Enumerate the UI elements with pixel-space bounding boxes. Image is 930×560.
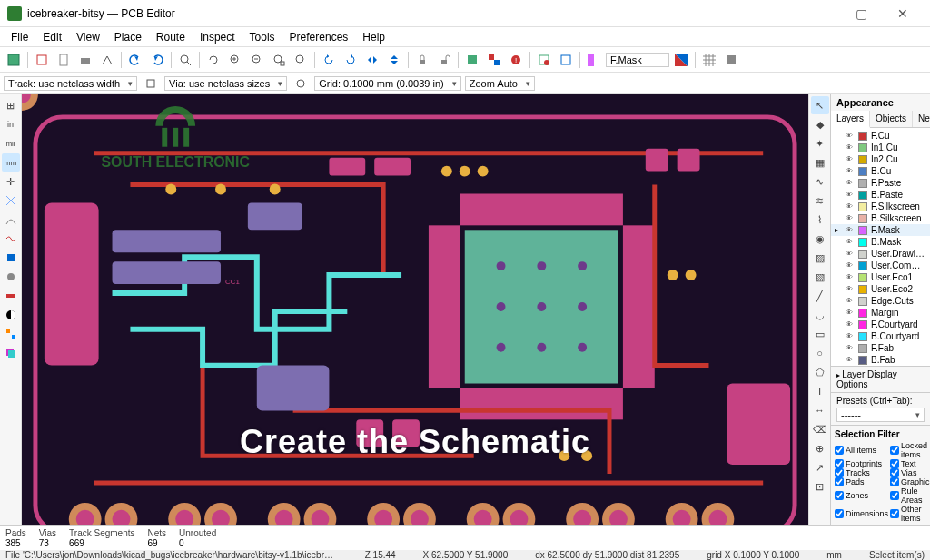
units-in-button[interactable]: in [2,115,20,133]
menu-tools[interactable]: Tools [242,29,282,45]
layer-swatch[interactable] [858,214,867,223]
refresh-button[interactable] [203,50,223,70]
layer-f-fab[interactable]: 👁F.Fab [831,342,930,354]
layer-swatch[interactable] [858,202,867,211]
layer-swatch[interactable] [858,250,867,259]
rotate-cw-button[interactable] [341,50,361,70]
visibility-icon[interactable]: 👁 [846,320,855,329]
board-setup-button[interactable] [32,50,52,70]
zoom-in-button[interactable] [225,50,245,70]
tab-layers[interactable]: Layers [831,111,870,128]
filter-locked-items[interactable]: Locked items [890,441,930,459]
units-mil-button[interactable]: mil [2,134,20,152]
menu-place[interactable]: Place [107,29,149,45]
visibility-icon[interactable]: 👁 [846,167,855,175]
draw-poly-tool[interactable]: ⬠ [811,363,829,381]
layer-b-cu[interactable]: 👁B.Cu [831,165,930,177]
track-width-select[interactable]: Track: use netclass width [4,76,137,91]
visibility-icon[interactable]: 👁 [846,191,855,199]
filter-checkbox[interactable] [890,446,899,455]
filter-all-items[interactable]: All items [835,441,888,459]
layer-user-drawings[interactable]: 👁User.Drawings [831,248,930,260]
filter-checkbox[interactable] [835,509,844,518]
filter-checkbox[interactable] [835,468,844,477]
highlight-net-tool[interactable]: ◆ [811,115,829,133]
draw-rect-tool[interactable]: ▭ [811,325,829,343]
visibility-icon[interactable]: 👁 [846,214,855,222]
layer-swatch[interactable] [858,297,867,306]
menu-edit[interactable]: Edit [35,29,69,45]
layer-f-cu[interactable]: 👁F.Cu [831,130,930,142]
layer-b-mask[interactable]: 👁B.Mask [831,236,930,248]
layer-swatch[interactable] [858,309,867,318]
find-button[interactable] [175,50,195,70]
filter-graphics[interactable]: Graphics [890,477,930,486]
layers-manager-button[interactable] [2,344,20,362]
visibility-icon[interactable]: 👁 [846,332,855,340]
layer-swatch[interactable] [858,143,867,152]
pcb-canvas[interactable]: SOUTH ELECTRONIC CC1 Create the Schemati… [22,94,808,525]
add-footprint-tool[interactable]: ▦ [811,153,829,172]
layer-swatch[interactable] [858,179,867,188]
visibility-icon[interactable]: 👁 [846,309,855,317]
script-button[interactable] [721,50,741,70]
layer-margin[interactable]: 👁Margin [831,307,930,319]
zoom-selection-button[interactable] [291,50,311,70]
visibility-icon[interactable]: 👁 [846,297,855,305]
filter-text[interactable]: Text [890,459,930,468]
layer-swatch[interactable] [858,167,867,176]
visibility-icon[interactable]: 👁 [846,273,855,281]
visibility-icon[interactable]: 👁 [846,250,855,258]
drc-button[interactable]: ! [506,50,526,70]
visibility-icon[interactable]: 👁 [846,226,855,234]
minimize-button[interactable]: — [800,0,841,27]
add-zone-tool[interactable]: ▨ [811,249,829,267]
filter-checkbox[interactable] [835,459,844,468]
visibility-icon[interactable]: 👁 [846,202,855,211]
layer-swatch[interactable] [858,226,867,235]
route-diff-tool[interactable]: ≋ [811,192,829,210]
filter-dimensions[interactable]: Dimensions [835,505,888,523]
units-mm-button[interactable]: mm [2,153,20,172]
layer-swatch[interactable] [858,238,867,247]
filter-vias[interactable]: Vias [890,468,930,477]
layer-swatch[interactable] [858,155,867,164]
layer-f-silkscreen[interactable]: 👁F.Silkscreen [831,201,930,212]
filter-checkbox[interactable] [835,477,844,486]
filter-other-items[interactable]: Other items [890,505,930,523]
filter-pads[interactable]: Pads [835,477,888,486]
maximize-button[interactable]: ▢ [841,0,882,27]
menu-view[interactable]: View [69,29,107,45]
layer-swatch[interactable] [858,344,867,353]
visibility-icon[interactable]: 👁 [846,238,855,246]
print-button[interactable] [75,50,95,70]
visibility-icon[interactable]: 👁 [846,344,855,352]
draw-line-tool[interactable]: ╱ [811,287,829,305]
local-ratsnest-tool[interactable]: ✦ [811,134,829,152]
layer-swatch[interactable] [858,356,867,365]
grid-select[interactable]: Grid: 0.1000 mm (0.0039 in) [314,76,461,91]
ratsnest-curve-button[interactable] [2,211,20,229]
cursor-button[interactable]: ✛ [2,172,20,191]
layer-user-eco1[interactable]: 👁User.Eco1 [831,271,930,283]
layer-f-mask[interactable]: ▸👁F.Mask [831,224,930,236]
close-button[interactable]: ✕ [882,0,923,27]
filter-rule-areas[interactable]: Rule Areas [890,486,930,505]
layer-in1-cu[interactable]: 👁In1.Cu [831,142,930,153]
filter-checkbox[interactable] [890,459,899,468]
tune-length-tool[interactable]: ⌇ [811,211,829,229]
visibility-icon[interactable]: 👁 [846,132,855,140]
tab-objects[interactable]: Objects [870,111,913,127]
visibility-icon[interactable]: 👁 [846,155,855,163]
lock-button[interactable] [412,50,432,70]
page-settings-button[interactable] [54,50,74,70]
layer-swatch[interactable] [858,320,867,329]
set-origin-tool[interactable]: ⊕ [811,439,829,457]
layer-swatch[interactable] [858,191,867,200]
filter-checkbox[interactable] [890,477,899,486]
flip-v-button[interactable] [384,50,404,70]
menu-preferences[interactable]: Preferences [282,29,356,45]
grid-settings-button[interactable] [699,50,719,70]
measure-tool[interactable]: ↗ [811,458,829,476]
footprint-editor-button[interactable] [462,50,482,70]
